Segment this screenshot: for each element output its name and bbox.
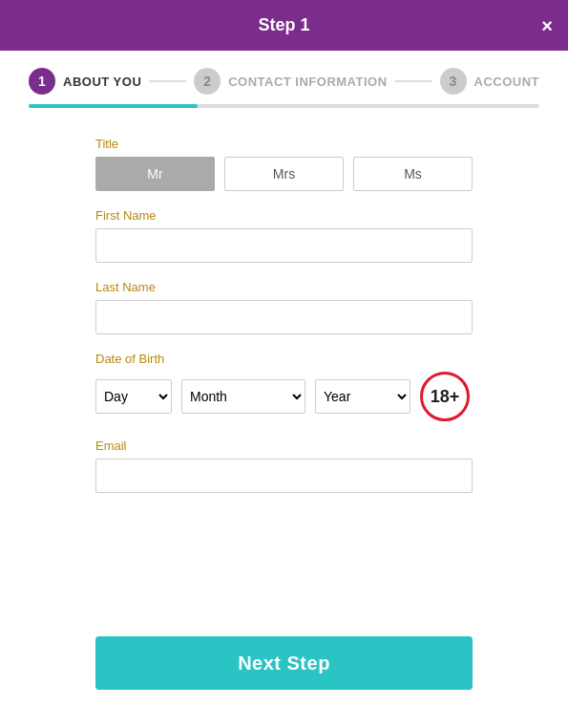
title-mrs-button[interactable]: Mrs [224,157,344,191]
dob-field-group: Date of Birth Day 1234567891011121314151… [95,352,473,421]
step-divider-2 [395,80,432,82]
title-label: Title [95,137,473,151]
step-circle-2: 2 [194,68,221,95]
steps-bar: 1 ABOUT YOU 2 CONTACT INFORMATION 3 ACCO… [0,51,568,95]
title-field-group: Title Mr Mrs Ms [95,137,473,191]
last-name-field-group: Last Name [95,280,473,334]
modal-title: Step 1 [258,15,309,34]
step-item-1: 1 ABOUT YOU [29,68,141,95]
first-name-label: First Name [95,208,473,223]
first-name-field-group: First Name [95,208,473,263]
modal-container: Step 1 × 1 ABOUT YOU 2 CONTACT INFORMATI… [0,0,568,728]
close-button[interactable]: × [541,14,553,36]
email-field-group: Email [95,439,473,493]
dob-row: Day 123456789101112131415161718192021222… [95,372,473,421]
step-circle-3: 3 [440,68,467,95]
dob-month-select[interactable]: Month JanuaryFebruaryMarch AprilMayJune … [181,379,305,414]
dob-year-select[interactable]: Year 20262025202420232022202120202019201… [315,379,410,414]
email-label: Email [95,439,473,453]
step-item-3: 3 ACCOUNT [440,68,540,95]
step-label-3: ACCOUNT [474,75,540,89]
step-label-2: CONTACT INFORMATION [228,75,387,89]
form-body: Title Mr Mrs Ms First Name Last Name Dat… [0,108,568,617]
first-name-input[interactable] [95,228,473,263]
dob-day-select[interactable]: Day 123456789101112131415161718192021222… [95,379,172,414]
email-input[interactable] [95,459,473,493]
title-buttons: Mr Mrs Ms [95,157,473,191]
title-mr-button[interactable]: Mr [95,157,215,191]
step-item-2: 2 CONTACT INFORMATION [194,68,387,95]
step-label-1: ABOUT YOU [63,75,141,89]
modal-header: Step 1 × [0,0,568,51]
step-divider-1 [149,80,186,82]
step-circle-1: 1 [29,68,55,95]
age-badge: 18+ [420,372,470,421]
dob-label: Date of Birth [95,352,473,366]
last-name-input[interactable] [95,300,473,334]
title-ms-button[interactable]: Ms [353,157,473,191]
next-step-button[interactable]: Next Step [95,636,473,690]
modal-footer: Next Step [0,617,568,728]
last-name-label: Last Name [95,280,473,294]
